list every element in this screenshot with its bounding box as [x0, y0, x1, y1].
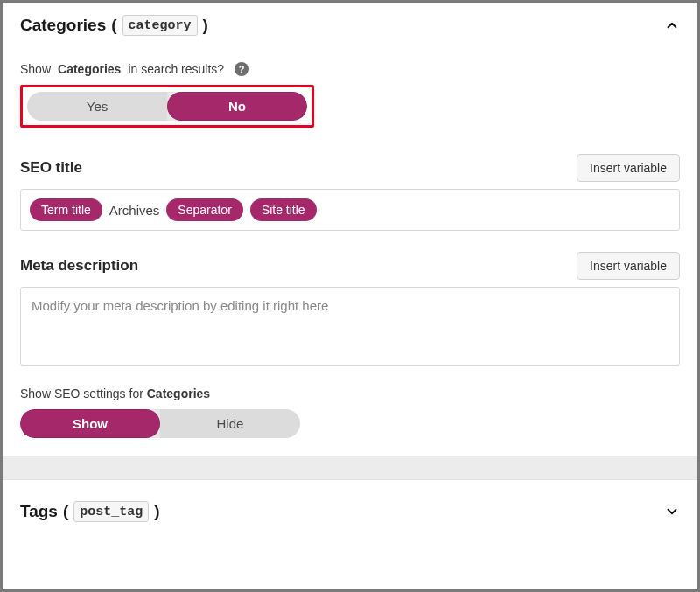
seo-title-token-site-title[interactable]: Site title: [250, 198, 317, 221]
seo-settings-hide[interactable]: Hide: [160, 409, 300, 438]
seo-settings-label: Show SEO settings for Categories: [20, 387, 680, 400]
categories-slug-code: category: [122, 15, 198, 36]
search-results-toggle-callout: Yes No: [20, 85, 314, 128]
meta-description-label: Meta description: [20, 257, 138, 275]
categories-panel-body: Show Categories in search results? ? Yes…: [3, 62, 697, 456]
meta-description-head: Meta description Insert variable: [20, 252, 680, 280]
seo-settings-bold-text: Categories: [147, 387, 210, 400]
chevron-up-icon: [664, 17, 680, 33]
search-results-question: Show Categories in search results? ?: [20, 62, 680, 76]
help-icon[interactable]: ?: [234, 62, 248, 76]
tags-title-text: Tags: [20, 502, 58, 521]
seo-settings-pre-text: Show SEO settings for: [20, 387, 144, 400]
tags-panel-header[interactable]: Tags ( post_tag ): [3, 480, 697, 543]
seo-title-token-archives: Archives: [109, 203, 160, 218]
seo-settings-toggle: Show Hide: [20, 409, 300, 438]
categories-panel-header[interactable]: Categories ( category ): [3, 3, 697, 62]
seo-settings-show[interactable]: Show: [20, 409, 160, 438]
meta-description-insert-variable-button[interactable]: Insert variable: [577, 252, 680, 280]
seo-title-token-term-title[interactable]: Term title: [30, 198, 102, 221]
chevron-down-icon: [664, 504, 680, 519]
search-results-toggle: Yes No: [27, 92, 307, 121]
seo-title-input[interactable]: Term title Archives Separator Site title: [20, 189, 680, 231]
seo-title-label: SEO title: [20, 159, 82, 177]
tags-slug-code: post_tag: [74, 501, 149, 522]
search-results-no[interactable]: No: [167, 92, 307, 121]
question-bold-text: Categories: [58, 62, 121, 76]
panel-separator: [3, 456, 697, 480]
seo-title-insert-variable-button[interactable]: Insert variable: [577, 154, 680, 182]
question-post-text: in search results?: [128, 62, 224, 76]
categories-title-text: Categories: [20, 16, 106, 35]
seo-title-token-separator[interactable]: Separator: [166, 198, 242, 221]
seo-title-head: SEO title Insert variable: [20, 154, 680, 182]
meta-description-input[interactable]: Modify your meta description by editing …: [20, 287, 680, 366]
question-pre-text: Show: [20, 62, 51, 76]
search-results-yes[interactable]: Yes: [27, 92, 167, 121]
